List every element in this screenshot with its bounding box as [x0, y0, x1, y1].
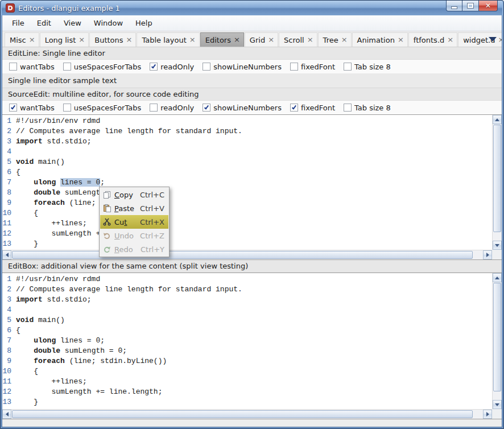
scroll-left-button[interactable]: [2, 410, 11, 419]
scroll-down-button[interactable]: [493, 241, 502, 250]
triangle-down-icon: [495, 403, 499, 406]
line-number: 1: [2, 274, 16, 284]
checkbox-tab-size-8[interactable]: Tab size 8: [344, 104, 391, 112]
context-menu-item-redo: RedoCtrl+Y: [100, 242, 168, 256]
scrollbar-thumb[interactable]: [493, 125, 501, 232]
context-menu-item-cut[interactable]: CutCtrl+X: [100, 215, 168, 229]
menu-item-shortcut: Ctrl+V: [140, 204, 164, 213]
menu-edit[interactable]: Edit: [31, 16, 57, 30]
checkbox-checked-icon: [290, 104, 298, 112]
chevron-down-icon: [489, 37, 497, 42]
single-line-editor-text: Single line editor sample text: [8, 76, 117, 85]
code-line-2: 2// Computes average line length for sta…: [2, 126, 492, 137]
code-text: import std.stdio;: [16, 295, 92, 305]
tab-grid[interactable]: Grid×: [245, 32, 278, 47]
checkbox-label: useSpacesForTabs: [74, 63, 142, 71]
tab-close-icon[interactable]: ×: [447, 37, 453, 43]
scroll-up-button[interactable]: [493, 273, 502, 282]
source-editor-content[interactable]: 1#!/usr/bin/env rdmd2// Computes average…: [2, 115, 492, 250]
code-text: {: [16, 366, 38, 377]
scroll-left-button[interactable]: [2, 250, 11, 259]
checkbox-showlinenumbers[interactable]: showLineNumbers: [203, 63, 282, 71]
triangle-left-icon: [6, 412, 9, 416]
code-line-9: 9 foreach (line; stdin.byLine()): [2, 356, 492, 366]
context-menu-item-paste[interactable]: PasteCtrl+V: [100, 201, 168, 215]
checkbox-fixedfont[interactable]: fixedFont: [290, 63, 335, 71]
scrollbar-thumb[interactable]: [12, 251, 473, 259]
menu-help[interactable]: Help: [129, 16, 159, 30]
tab-table-layout[interactable]: Table layout×: [137, 32, 199, 47]
checkbox-fixedfont[interactable]: fixedFont: [290, 104, 335, 112]
tab-long-list[interactable]: Long list×: [40, 32, 89, 47]
tab-scroll[interactable]: Scroll×: [279, 32, 317, 47]
title-bar[interactable]: D Editors - dlangui example 1 ✕: [2, 1, 502, 15]
scroll-up-button[interactable]: [493, 115, 502, 124]
line-number: 7: [2, 336, 16, 346]
app-icon: D: [6, 3, 15, 13]
scrollbar-track[interactable]: [12, 251, 482, 259]
close-button[interactable]: ✕: [479, 1, 498, 11]
tab-close-icon[interactable]: ×: [79, 37, 85, 43]
edit-box-content[interactable]: 1#!/usr/bin/env rdmd2// Computes average…: [2, 273, 492, 409]
tab-close-icon[interactable]: ×: [189, 37, 196, 43]
copy-icon: [102, 191, 112, 199]
tab-overflow-button[interactable]: [486, 31, 499, 47]
tab-label: Scroll: [284, 36, 304, 44]
tab-ftfonts-d[interactable]: ftfonts.d×: [408, 32, 457, 47]
tab-misc[interactable]: Misc×: [5, 32, 39, 47]
vertical-scrollbar[interactable]: [492, 115, 502, 250]
tab-close-icon[interactable]: ×: [341, 37, 348, 43]
tab-buttons[interactable]: Buttons×: [89, 32, 136, 47]
tab-editors[interactable]: Editors×: [200, 32, 244, 47]
scrollbar-thumb[interactable]: [12, 410, 473, 418]
checkbox-usespacesfortabs[interactable]: useSpacesForTabs: [63, 63, 142, 71]
checkbox-tab-size-8[interactable]: Tab size 8: [344, 63, 391, 71]
app-window: D Editors - dlangui example 1 ✕ FileEdit…: [0, 0, 504, 429]
checkbox-wanttabs[interactable]: wantTabs: [9, 63, 55, 71]
code-text: {: [16, 208, 38, 218]
tab-tree[interactable]: Tree×: [318, 32, 352, 47]
checkbox-checked-icon: [150, 63, 158, 71]
checkbox-readonly[interactable]: readOnly: [150, 63, 194, 71]
checkbox-wanttabs[interactable]: wantTabs: [9, 104, 55, 112]
tab-close-icon[interactable]: ×: [126, 37, 133, 43]
menu-view[interactable]: View: [57, 16, 88, 30]
menu-file[interactable]: File: [6, 16, 31, 30]
scroll-right-button[interactable]: [483, 410, 492, 419]
tab-label: Grid: [250, 36, 265, 44]
edit-box[interactable]: 1#!/usr/bin/env rdmd2// Computes average…: [2, 273, 502, 419]
vertical-scrollbar[interactable]: [492, 273, 502, 409]
source-editor[interactable]: 1#!/usr/bin/env rdmd2// Computes average…: [2, 114, 502, 260]
tab-close-icon[interactable]: ×: [398, 37, 404, 43]
maximize-button[interactable]: [462, 1, 479, 11]
scroll-down-button[interactable]: [493, 400, 502, 409]
tab-close-icon[interactable]: ×: [29, 37, 35, 43]
tab-close-icon[interactable]: ×: [234, 37, 240, 43]
scrollbar-track[interactable]: [493, 283, 501, 399]
code-line-5: 5void main(): [2, 315, 492, 325]
code-line-3: 3import std.stdio;: [2, 137, 492, 147]
checkbox-readonly[interactable]: readOnly: [150, 104, 194, 112]
code-line-9: 9 foreach (line; stdin.byLine()): [2, 198, 492, 208]
scroll-right-button[interactable]: [483, 250, 492, 259]
checkbox-usespacesfortabs[interactable]: useSpacesForTabs: [63, 104, 142, 112]
tab-close-icon[interactable]: ×: [268, 37, 274, 43]
minimize-button[interactable]: [446, 1, 462, 11]
tab-animation[interactable]: Animation×: [352, 32, 408, 47]
scrollbar-track[interactable]: [12, 410, 482, 418]
checkbox-showlinenumbers[interactable]: showLineNumbers: [203, 104, 282, 112]
horizontal-scrollbar[interactable]: [2, 250, 492, 259]
sourceedit-options-row: wantTabsuseSpacesForTabsreadOnlyshowLine…: [2, 101, 502, 114]
horizontal-scrollbar[interactable]: [2, 409, 492, 419]
checkbox-unchecked-icon: [290, 63, 298, 71]
checkbox-checked-icon: [9, 104, 17, 112]
context-menu-item-copy[interactable]: CopyCtrl+C: [100, 188, 168, 201]
code-line-11: 11 ++lines;: [2, 377, 492, 387]
scrollbar-thumb[interactable]: [493, 283, 501, 391]
tab-close-icon[interactable]: ×: [307, 37, 313, 43]
menu-window[interactable]: Window: [88, 16, 129, 30]
single-line-editor[interactable]: Single line editor sample text: [2, 73, 502, 88]
checkbox-unchecked-icon: [9, 63, 17, 71]
scrollbar-track[interactable]: [493, 125, 501, 240]
code-text: }: [16, 239, 38, 249]
